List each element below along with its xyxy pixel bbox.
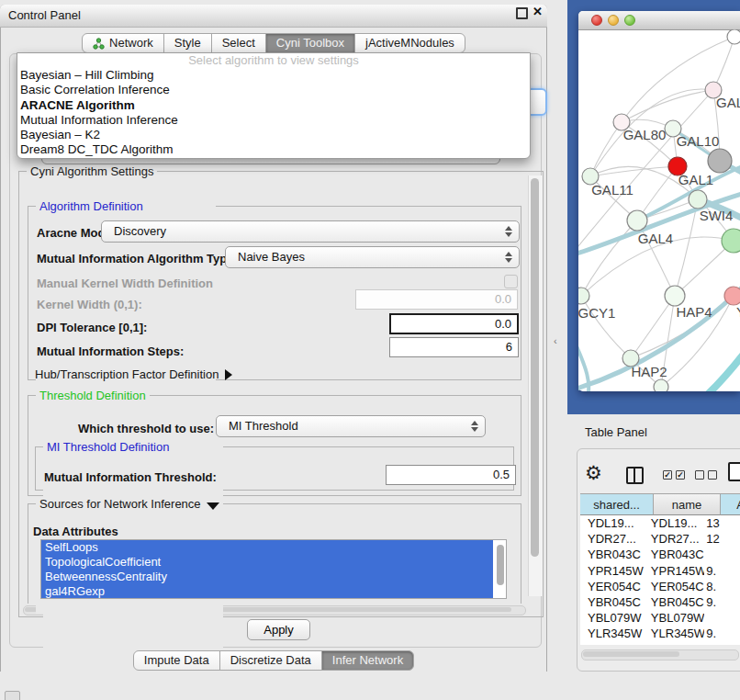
table-row[interactable]: YER054CYER054C8. [580,579,740,594]
dropdown-item-aracne-algorithm[interactable]: ARACNE Algorithm [17,98,530,113]
network-node-label: GAL [716,95,740,110]
network-node-label: HAP4 [676,304,712,320]
table-row[interactable]: YDL19...YDL19...13 [580,515,740,531]
tab-cyni-toolbox[interactable]: Cyni Toolbox [265,33,355,53]
table-hscrollbar-thumb[interactable] [583,651,679,657]
dropdown-item-bayesian-k2[interactable]: Bayesian – K2 [17,128,530,142]
tab-network[interactable]: Network [82,33,164,53]
mi-threshold-label: Mutual Information Threshold: [44,470,217,484]
tab-label: Select [222,34,255,52]
unchecked-box-icon[interactable] [695,470,704,480]
tab-label: Discretize Data [230,651,311,670]
minimize-traffic-light-icon[interactable] [608,15,619,26]
kernel-width-field[interactable]: 0.0 [355,289,518,310]
table-row[interactable]: YLR345WYLR345W9. [580,626,740,641]
collapse-arrow-icon[interactable] [207,502,219,510]
dropdown-item-bayesian-hill-climbing[interactable]: Bayesian – Hill Climbing [17,68,530,83]
attribute-item-betweennesscentrality[interactable]: BetweennessCentrality [41,570,493,584]
gear-icon[interactable]: ⚙ [585,462,602,484]
table-row[interactable]: YBR043CYBR043C [580,547,740,562]
tab-style[interactable]: Style [163,33,212,53]
dropdown-item-dream8-dc-tdc-algorithm[interactable]: Dream8 DC_TDC Algorithm [17,142,530,157]
sources-group-title[interactable]: Sources for Network Inference [36,497,223,511]
close-traffic-light-icon[interactable] [591,15,602,26]
tab-infer-network[interactable]: Infer Network [321,650,414,671]
tab-impute-data[interactable]: Impute Data [133,650,220,671]
cyni-settings-title: Cyni Algorithm Settings [27,164,157,178]
attribute-item-topologicalcoefficient[interactable]: TopologicalCoefficient [41,555,493,570]
expand-arrow-icon[interactable] [225,369,232,380]
bottom-tabbar: Impute DataDiscretize DataInfer Network [0,649,547,671]
network-node[interactable] [727,29,740,44]
network-edge[interactable] [590,166,678,176]
network-node[interactable] [627,210,647,231]
dropdown-item-basic-correlation-inference[interactable]: Basic Correlation Inference [17,83,530,97]
settings-vscrollbar-thumb[interactable] [531,178,539,557]
tab-select[interactable]: Select [211,33,266,53]
hub-definition-toggle[interactable]: Hub/Transcription Factor Definition [35,367,232,381]
new-table-icon[interactable] [728,462,740,481]
float-window-icon[interactable] [516,7,528,19]
table-cell: YLR345W [645,626,704,641]
control-panel-tabbar: NetworkStyleSelectCyni ToolboxjActiveMNo… [0,33,547,53]
table-body: YDL19...YDL19...13YDR27...YDR27...12YBR0… [580,515,740,645]
network-node[interactable] [689,190,707,209]
mi-type-label: Mutual Information Algorithm Type: [37,252,238,265]
table-row[interactable]: YPR145WYPR145W9. [580,563,740,579]
network-edge[interactable] [590,122,622,176]
table-row[interactable]: YBL079WYBL079W [580,610,740,626]
table-row[interactable]: YBR045CYBR045C9. [580,594,740,610]
network-node[interactable] [708,149,732,173]
apply-button[interactable]: Apply [247,619,310,640]
network-node[interactable] [654,379,668,391]
network-edge[interactable] [622,90,713,122]
column-header-name[interactable]: name [654,493,721,515]
network-node[interactable] [665,286,685,306]
table-cell: 9. [704,626,740,641]
checked-box-icon[interactable]: ✓ [663,470,672,480]
close-icon[interactable]: ✕ [533,5,543,18]
manual-kernel-checkbox[interactable] [504,275,518,288]
kernel-width-label: Kernel Width (0,1): [37,298,142,311]
unchecked-box-icon[interactable] [708,470,717,480]
control-panel-titlebar[interactable]: Control Panel [0,5,547,28]
tab-discretize-data[interactable]: Discretize Data [219,650,322,671]
table-hscrollbar-track[interactable] [581,649,739,660]
checked-box-icon[interactable]: ✓ [676,470,685,480]
dpi-tolerance-field[interactable]: 0.0 [389,313,519,334]
which-threshold-combo[interactable]: MI Threshold [216,415,486,437]
tab-jactivemnodules[interactable]: jActiveMNodules [354,33,465,53]
panel-title: Control Panel [8,8,81,22]
aracne-mode-combo[interactable]: Discovery [101,220,520,243]
network-node-label: GAL10 [677,133,720,149]
network-window-titlebar[interactable] [578,11,740,30]
dropdown-item-mutual-information-inference[interactable]: Mutual Information Inference [17,113,530,128]
attribute-item-gal4rgexp[interactable]: gal4RGexp [41,584,493,599]
zoom-traffic-light-icon[interactable] [624,15,635,26]
network-canvas[interactable]: GALGAL80GAL10GAL11GAL1SWI4GAL4GCY1HAP4YH… [578,29,740,391]
network-node[interactable] [722,229,740,253]
minimized-panel-grip[interactable] [5,691,20,700]
dropdown-hint: Select algorithm to view settings [17,53,530,68]
splitter-arrow-icon[interactable]: ‹ [554,335,557,346]
column-header-a[interactable]: A [721,493,740,515]
table-row[interactable]: YIL052CYIL052C9 [580,642,740,646]
table-cell: YER054C [645,579,704,594]
mi-steps-label: Mutual Information Steps: [37,344,184,358]
mi-threshold-field[interactable]: 0.5 [386,465,516,485]
table-cell [704,547,740,562]
list-vscrollbar-thumb[interactable] [497,545,504,585]
network-edge-highlighted[interactable] [705,353,740,391]
mi-type-combo[interactable]: Naive Bayes [225,246,520,268]
split-columns-icon[interactable] [626,467,644,484]
network-node[interactable] [578,288,589,304]
network-node-label: GCY1 [578,305,615,321]
column-header-shared[interactable]: shared... [580,493,654,515]
attribute-item-selfloops[interactable]: SelfLoops [41,540,493,555]
mi-steps-field[interactable]: 6 [389,337,519,357]
tab-label: jActiveMNodules [365,34,454,52]
table-cell: YIL052C [580,642,645,646]
table-row[interactable]: YDR27...YDR27...12 [580,531,740,547]
network-node[interactable] [724,287,740,305]
data-attributes-list[interactable]: SelfLoopsTopologicalCoefficientBetweenne… [40,539,507,599]
